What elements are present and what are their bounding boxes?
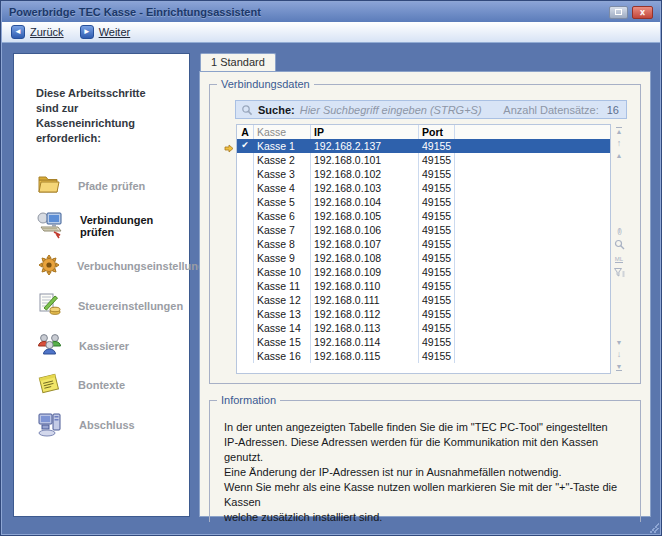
- cell-kasse[interactable]: Kasse 2: [253, 153, 310, 167]
- cell-check[interactable]: [237, 167, 253, 181]
- cell-empty[interactable]: [454, 195, 610, 209]
- cell-empty[interactable]: [454, 167, 610, 181]
- cell-check[interactable]: ✔: [237, 139, 253, 153]
- cell-kasse[interactable]: Kasse 1: [253, 139, 310, 153]
- cell-port[interactable]: 49155: [418, 223, 454, 237]
- cell-ip[interactable]: 192.168.0.112: [310, 307, 418, 321]
- cell-kasse[interactable]: Kasse 4: [253, 181, 310, 195]
- cell-ip[interactable]: 192.168.0.105: [310, 209, 418, 223]
- cell-ip[interactable]: 192.168.0.111: [310, 293, 418, 307]
- cell-empty[interactable]: [454, 307, 610, 321]
- cell-check[interactable]: [237, 349, 253, 363]
- cell-ip[interactable]: 192.168.0.101: [310, 153, 418, 167]
- cell-ip[interactable]: 192.168.0.102: [310, 167, 418, 181]
- cell-empty[interactable]: [454, 279, 610, 293]
- cell-empty[interactable]: [454, 265, 610, 279]
- cell-empty[interactable]: [454, 237, 610, 251]
- cell-kasse[interactable]: Kasse 12: [253, 293, 310, 307]
- cell-kasse[interactable]: Kasse 10: [253, 265, 310, 279]
- cell-port[interactable]: 49155: [418, 139, 454, 153]
- cell-kasse[interactable]: Kasse 5: [253, 195, 310, 209]
- next-button[interactable]: ► Weiter: [80, 25, 131, 39]
- cell-check[interactable]: [237, 279, 253, 293]
- cell-check[interactable]: [237, 307, 253, 321]
- cell-kasse[interactable]: Kasse 14: [253, 321, 310, 335]
- search-input[interactable]: Hier Suchbegriff eingeben (STRG+S): [300, 104, 499, 116]
- go-up-icon[interactable]: ↑: [617, 140, 622, 147]
- close-button[interactable]: x: [632, 6, 653, 19]
- cell-empty[interactable]: [454, 349, 610, 363]
- cell-empty[interactable]: [454, 181, 610, 195]
- cell-check[interactable]: [237, 195, 253, 209]
- cell-check[interactable]: [237, 223, 253, 237]
- cell-ip[interactable]: 192.168.0.106: [310, 223, 418, 237]
- cell-ip[interactable]: 192.168.0.108: [310, 251, 418, 265]
- cell-empty[interactable]: [454, 321, 610, 335]
- cell-port[interactable]: 49155: [418, 321, 454, 335]
- cell-ip[interactable]: 192.168.0.103: [310, 181, 418, 195]
- cell-empty[interactable]: [454, 139, 610, 153]
- tab-standard[interactable]: 1 Standard: [200, 53, 276, 71]
- cell-check[interactable]: [237, 237, 253, 251]
- cell-port[interactable]: 49155: [418, 293, 454, 307]
- sidebar-item-bontexte[interactable]: Bontexte: [36, 371, 179, 399]
- cell-port[interactable]: 49155: [418, 335, 454, 349]
- locate-icon[interactable]: (I): [617, 227, 621, 234]
- cell-check[interactable]: [237, 153, 253, 167]
- cell-port[interactable]: 49155: [418, 195, 454, 209]
- cell-check[interactable]: [237, 335, 253, 349]
- cell-empty[interactable]: [454, 293, 610, 307]
- cell-check[interactable]: [237, 321, 253, 335]
- cell-kasse[interactable]: Kasse 11: [253, 279, 310, 293]
- cell-port[interactable]: 49155: [418, 153, 454, 167]
- cell-check[interactable]: [237, 209, 253, 223]
- go-next-icon[interactable]: ▼: [616, 339, 623, 346]
- sidebar-item-pfade-pr-fen[interactable]: Pfade prüfen: [36, 172, 179, 199]
- restore-button[interactable]: [609, 6, 628, 19]
- cell-port[interactable]: 49155: [418, 251, 454, 265]
- cell-empty[interactable]: [454, 223, 610, 237]
- cell-kasse[interactable]: Kasse 3: [253, 167, 310, 181]
- cell-kasse[interactable]: Kasse 9: [253, 251, 310, 265]
- cell-ip[interactable]: 192.168.0.114: [310, 335, 418, 349]
- cell-kasse[interactable]: Kasse 6: [253, 209, 310, 223]
- cell-ip[interactable]: 192.168.0.110: [310, 279, 418, 293]
- cell-kasse[interactable]: Kasse 16: [253, 349, 310, 363]
- cell-port[interactable]: 49155: [418, 181, 454, 195]
- go-last-icon[interactable]: ▼: [616, 363, 623, 371]
- cell-port[interactable]: 49155: [418, 209, 454, 223]
- cell-port[interactable]: 49155: [418, 279, 454, 293]
- search-icon[interactable]: [614, 239, 625, 250]
- filter-icon[interactable]: [614, 268, 625, 278]
- search-bar[interactable]: Suche: Hier Suchbegriff eingeben (STRG+S…: [235, 100, 627, 119]
- sidebar-item-steuereinstellungen[interactable]: Steuereinstellungen: [36, 291, 179, 320]
- go-prev-icon[interactable]: ▲: [616, 152, 623, 159]
- cell-port[interactable]: 49155: [418, 307, 454, 321]
- sidebar-item-abschluss[interactable]: Abschluss: [36, 410, 179, 440]
- resize-grip[interactable]: [649, 523, 659, 533]
- cell-ip[interactable]: 192.168.0.113: [310, 321, 418, 335]
- cell-port[interactable]: 49155: [418, 349, 454, 363]
- sidebar-item-verbindungen-pr-fen[interactable]: Verbindungen prüfen: [36, 210, 179, 241]
- sidebar-item-verbuchungseinstellungen[interactable]: Verbuchungseinstellungen: [36, 252, 179, 280]
- cell-ip[interactable]: 192.168.0.115: [310, 349, 418, 363]
- cell-port[interactable]: 49155: [418, 167, 454, 181]
- back-button[interactable]: ◄ Zurück: [11, 25, 64, 39]
- cell-check[interactable]: [237, 251, 253, 265]
- cell-ip[interactable]: 192.168.0.109: [310, 265, 418, 279]
- go-first-icon[interactable]: ▲: [616, 127, 623, 135]
- cell-check[interactable]: [237, 265, 253, 279]
- cell-empty[interactable]: [454, 335, 610, 349]
- cell-ip[interactable]: 192.168.2.137: [310, 139, 418, 153]
- cell-port[interactable]: 49155: [418, 237, 454, 251]
- go-down-icon[interactable]: ↓: [617, 351, 622, 358]
- sidebar-item-kassierer[interactable]: Kassierer: [36, 331, 179, 360]
- cell-empty[interactable]: [454, 153, 610, 167]
- cell-empty[interactable]: [454, 251, 610, 265]
- cell-empty[interactable]: [454, 209, 610, 223]
- cell-kasse[interactable]: Kasse 13: [253, 307, 310, 321]
- cell-ip[interactable]: 192.168.0.104: [310, 195, 418, 209]
- cell-kasse[interactable]: Kasse 8: [253, 237, 310, 251]
- cell-check[interactable]: [237, 181, 253, 195]
- cell-check[interactable]: [237, 293, 253, 307]
